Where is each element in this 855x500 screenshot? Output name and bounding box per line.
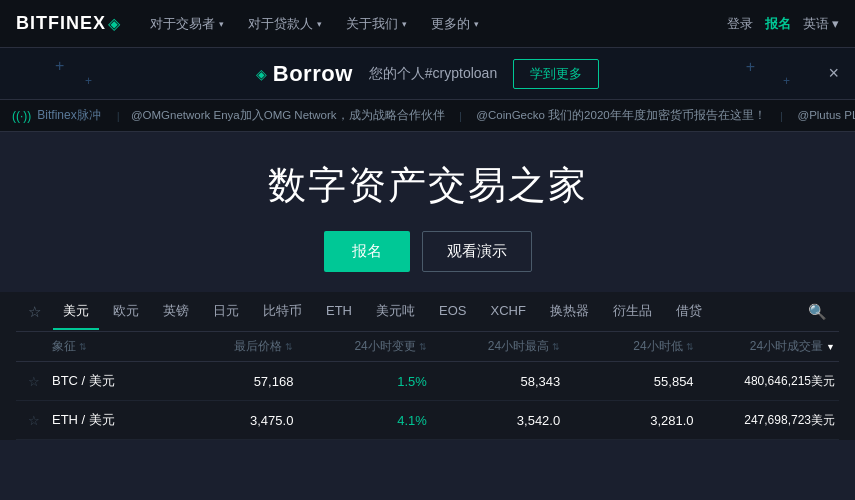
change-cell: 4.1%	[305, 413, 438, 428]
borrow-icon: ◈	[256, 66, 267, 82]
favorites-tab[interactable]: ☆	[20, 303, 49, 321]
ticker-separator: |	[774, 110, 790, 122]
low-cell: 3,281.0	[572, 413, 705, 428]
ticker-item-plutus: @Plutus PLIP | Pluton流动	[797, 108, 855, 123]
search-icon[interactable]: 🔍	[800, 303, 835, 321]
logo-text: BITFINEX	[16, 13, 106, 34]
tab-btc[interactable]: 比特币	[253, 294, 312, 330]
tab-usdt[interactable]: 美元吨	[366, 294, 425, 330]
th-high[interactable]: 24小时最高 ⇅	[439, 338, 572, 355]
chevron-down-icon: ▾	[832, 16, 839, 31]
nav-item-traders[interactable]: 对于交易者 ▾	[140, 9, 234, 39]
chevron-down-icon: ▾	[317, 19, 322, 29]
market-section: ☆ 美元 欧元 英镑 日元 比特币 ETH 美元吨 EOS XCHF 换热器 衍…	[0, 292, 855, 440]
th-star	[16, 338, 52, 355]
table-row[interactable]: ☆ ETH / 美元 3,475.0 4.1% 3,542.0 3,281.0 …	[16, 401, 839, 440]
close-icon[interactable]: ×	[828, 63, 839, 84]
navbar: BITFINEX ◈ 对于交易者 ▾ 对于贷款人 ▾ 关于我们 ▾ 更多的 ▾ …	[0, 0, 855, 48]
signup-button[interactable]: 报名	[765, 15, 791, 33]
banner-plus-icon: +	[55, 58, 64, 74]
chevron-down-icon: ▾	[474, 19, 479, 29]
hero-section: 数字资产交易之家 报名 观看演示	[0, 132, 855, 292]
volume-cell: 480,646,215美元	[706, 373, 839, 390]
sort-icon: ▼	[826, 342, 835, 352]
banner: + + + + ◈ Borrow 您的个人#cryptoloan 学到更多 ×	[0, 48, 855, 100]
volume-cell: 247,698,723美元	[706, 412, 839, 429]
signup-hero-button[interactable]: 报名	[324, 231, 410, 272]
high-cell: 3,542.0	[439, 413, 572, 428]
favorite-icon[interactable]: ☆	[16, 413, 52, 428]
table-row[interactable]: ☆ BTC / 美元 57,168 1.5% 58,343 55,854 480…	[16, 362, 839, 401]
tab-eur[interactable]: 欧元	[103, 294, 149, 330]
price-cell: 3,475.0	[172, 413, 305, 428]
change-cell: 1.5%	[305, 374, 438, 389]
ticker-strip: ((·)) Bitfinex脉冲 | @OMGnetwork Enya加入OMG…	[0, 100, 855, 132]
tab-xchf[interactable]: XCHF	[480, 295, 535, 328]
th-change[interactable]: 24小时变更 ⇅	[305, 338, 438, 355]
nav-right: 登录 报名 英语 ▾	[727, 15, 839, 33]
banner-content: ◈ Borrow 您的个人#cryptoloan 学到更多	[256, 59, 599, 89]
nav-links: 对于交易者 ▾ 对于贷款人 ▾ 关于我们 ▾ 更多的 ▾	[140, 9, 727, 39]
ticker-separator: |	[453, 110, 469, 122]
high-cell: 58,343	[439, 374, 572, 389]
th-low[interactable]: 24小时低 ⇅	[572, 338, 705, 355]
ticker-item-omg: @OMGnetwork Enya加入OMG Network，成为战略合作伙伴	[131, 108, 445, 123]
favorite-icon[interactable]: ☆	[16, 374, 52, 389]
ticker-label: Bitfinex脉冲	[37, 107, 100, 124]
tab-exchange[interactable]: 换热器	[540, 294, 599, 330]
logo-icon: ◈	[108, 14, 120, 33]
tab-lending[interactable]: 借贷	[666, 294, 712, 330]
market-tabs: ☆ 美元 欧元 英镑 日元 比特币 ETH 美元吨 EOS XCHF 换热器 衍…	[16, 292, 839, 332]
sort-icon: ⇅	[686, 342, 694, 352]
tab-derivatives[interactable]: 衍生品	[603, 294, 662, 330]
hero-title: 数字资产交易之家	[268, 160, 588, 211]
ticker-separator: |	[117, 110, 120, 122]
banner-brand: ◈ Borrow	[256, 61, 353, 87]
banner-cta-button[interactable]: 学到更多	[513, 59, 599, 89]
low-cell: 55,854	[572, 374, 705, 389]
tab-eth[interactable]: ETH	[316, 295, 362, 328]
hero-buttons: 报名 观看演示	[324, 231, 532, 272]
sort-icon: ⇅	[285, 342, 293, 352]
chevron-down-icon: ▾	[402, 19, 407, 29]
tab-gbp[interactable]: 英镑	[153, 294, 199, 330]
sort-icon: ⇅	[79, 342, 87, 352]
sort-icon: ⇅	[552, 342, 560, 352]
nav-item-more[interactable]: 更多的 ▾	[421, 9, 489, 39]
language-button[interactable]: 英语 ▾	[803, 15, 839, 33]
logo[interactable]: BITFINEX ◈	[16, 13, 120, 34]
sort-icon: ⇅	[419, 342, 427, 352]
tab-jpy[interactable]: 日元	[203, 294, 249, 330]
symbol-cell: BTC / 美元	[52, 372, 172, 390]
th-price[interactable]: 最后价格 ⇅	[172, 338, 305, 355]
login-button[interactable]: 登录	[727, 15, 753, 33]
tab-usd[interactable]: 美元	[53, 294, 99, 330]
banner-subtitle: 您的个人#cryptoloan	[369, 65, 497, 83]
ticker-item-coingecko: @CoinGecko 我们的2020年年度加密货币报告在这里！	[476, 108, 765, 123]
table-header: 象征 ⇅ 最后价格 ⇅ 24小时变更 ⇅ 24小时最高 ⇅ 24小时低 ⇅ 24…	[16, 332, 839, 362]
chevron-down-icon: ▾	[219, 19, 224, 29]
radio-icon: ((·))	[12, 109, 31, 123]
banner-plus-icon: +	[783, 74, 790, 88]
nav-item-lenders[interactable]: 对于贷款人 ▾	[238, 9, 332, 39]
th-symbol[interactable]: 象征 ⇅	[52, 338, 172, 355]
tab-eos[interactable]: EOS	[429, 295, 476, 328]
demo-hero-button[interactable]: 观看演示	[422, 231, 532, 272]
price-cell: 57,168	[172, 374, 305, 389]
nav-item-about[interactable]: 关于我们 ▾	[336, 9, 417, 39]
banner-plus-icon: +	[85, 74, 92, 88]
symbol-cell: ETH / 美元	[52, 411, 172, 429]
banner-plus-icon: +	[746, 58, 755, 76]
banner-brand-name: Borrow	[273, 61, 353, 87]
th-volume[interactable]: 24小时成交量 ▼	[706, 338, 839, 355]
